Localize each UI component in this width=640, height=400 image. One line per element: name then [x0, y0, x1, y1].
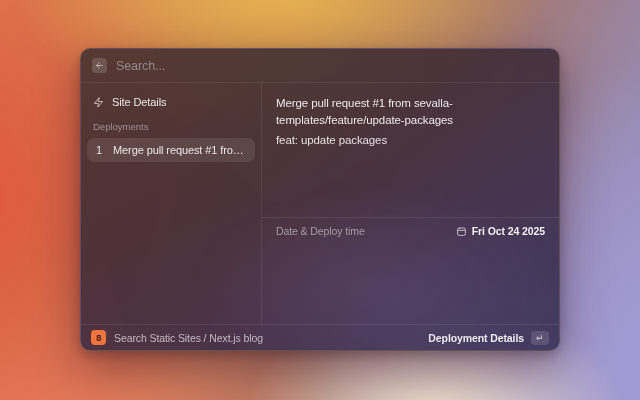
bolt-icon	[93, 97, 104, 108]
enter-key-icon: ↵	[531, 331, 549, 345]
detail-pane: Merge pull request #1 from sevalla-templ…	[262, 83, 559, 324]
metadata-row: Date & Deploy time Fri Oct 24 2025	[262, 218, 559, 244]
item-index: 1	[93, 144, 105, 156]
action-bar: 8 Search Static Sites / Next.js blog Dep…	[81, 324, 559, 350]
deployment-commit-message: feat: update packages	[276, 132, 545, 149]
sidebar-item-label: Merge pull request #1 from seva...	[113, 144, 249, 156]
back-button[interactable]	[92, 58, 107, 73]
palette-body: Site Details Deployments 1 Merge pull re…	[81, 83, 559, 324]
command-palette-window: Site Details Deployments 1 Merge pull re…	[80, 48, 560, 351]
search-bar	[81, 49, 559, 83]
detail-text: Merge pull request #1 from sevalla-templ…	[262, 83, 559, 149]
sidebar-item-label: Site Details	[112, 96, 166, 108]
action-label: Deployment Details	[428, 332, 524, 344]
deployment-title: Merge pull request #1 from sevalla-templ…	[276, 95, 545, 129]
sidebar-item-site-details[interactable]: Site Details	[87, 91, 255, 113]
deploy-date: Fri Oct 24 2025	[472, 225, 545, 237]
metadata-value: Fri Oct 24 2025	[456, 225, 545, 237]
calendar-icon	[456, 226, 467, 237]
search-input[interactable]	[116, 59, 548, 73]
section-label-deployments: Deployments	[87, 121, 255, 132]
metadata-label: Date & Deploy time	[276, 225, 365, 237]
back-arrow-icon	[95, 61, 104, 70]
results-sidebar: Site Details Deployments 1 Merge pull re…	[81, 83, 262, 324]
deployment-details-action[interactable]: Deployment Details ↵	[428, 331, 549, 345]
context-breadcrumb: Search Static Sites / Next.js blog	[114, 332, 420, 344]
sevalla-logo-icon: 8	[91, 330, 106, 345]
sidebar-item-deployment[interactable]: 1 Merge pull request #1 from seva...	[87, 138, 255, 162]
